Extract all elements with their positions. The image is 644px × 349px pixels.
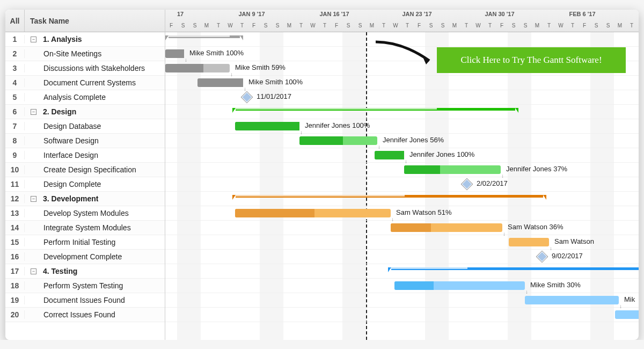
task-row[interactable]: 3Discussions with Stakeholders (5, 61, 165, 76)
task-bar[interactable]: Mik (525, 296, 619, 304)
task-row[interactable]: 13Develop System Modules (5, 206, 165, 221)
task-row[interactable]: 2On-Site Meetings (5, 47, 165, 61)
milestone-diamond-icon[interactable] (462, 179, 472, 190)
day-letter: S (181, 23, 185, 28)
day-letter: W (475, 23, 480, 28)
gantt-row: ↓Jennifer Jones 100% (165, 119, 639, 134)
task-row[interactable]: 20Correct Issues Found (5, 308, 165, 322)
task-row[interactable]: 18Perform System Testing (5, 279, 165, 293)
collapse-toggle-icon[interactable]: − (31, 109, 36, 115)
day-letter: S (276, 23, 280, 28)
row-number: 1 (5, 35, 25, 43)
task-row[interactable]: 19Document Issues Found (5, 293, 165, 308)
summary-bar[interactable] (232, 108, 518, 113)
task-bar[interactable]: Sam Watson 36% (391, 223, 502, 232)
task-bar[interactable] (615, 310, 639, 319)
task-bar[interactable]: Jennifer Jones 56% (299, 136, 377, 145)
task-row[interactable]: 12−3. Development (5, 192, 165, 206)
task-row[interactable]: 15Perform Initial Testing (5, 235, 165, 250)
task-bar-label: Jennifer Jones 37% (506, 165, 567, 173)
task-row[interactable]: 14Integrate System Modules (5, 221, 165, 235)
milestone-diamond-icon[interactable] (537, 251, 547, 262)
task-row[interactable]: 9Interface Design (5, 148, 165, 163)
task-name-label: Development Complete (27, 252, 122, 261)
day-letter: S (441, 23, 445, 28)
task-row[interactable]: 7Design Database (5, 119, 165, 134)
task-name-label: Software Design (27, 136, 99, 145)
day-letter: W (228, 23, 232, 28)
day-letter: T (630, 23, 633, 28)
task-bar[interactable]: Mike Smith 59% (165, 64, 230, 72)
summary-bar[interactable] (165, 35, 243, 40)
day-letter: S (512, 23, 516, 28)
collapse-toggle-icon[interactable]: − (31, 196, 36, 202)
task-name-label: Document Issues Found (27, 296, 125, 304)
row-number: 2 (5, 49, 25, 58)
gantt-row (165, 105, 639, 119)
row-number: 14 (5, 223, 25, 232)
task-bar[interactable]: Sam Watson (509, 238, 549, 246)
task-name-label: Design Complete (27, 180, 101, 188)
task-bar-label: Mike Smith 100% (248, 78, 303, 86)
milestone-diamond-icon[interactable] (241, 92, 252, 103)
cta-arrow-icon (370, 37, 445, 74)
milestone-label: 11/01/2017 (257, 92, 291, 100)
task-row[interactable]: 10Create Design Specification (5, 163, 165, 177)
row-number: 6 (5, 107, 25, 116)
milestone-label: 2/02/2017 (477, 179, 508, 187)
task-list-header: All Task Name (5, 10, 165, 32)
gantt-body[interactable]: ↓Mike Smith 100%↓Mike Smith 59%↓Mike Smi… (165, 32, 639, 340)
task-bar[interactable]: Jennifer Jones 100% (235, 122, 299, 130)
task-row[interactable]: 6−2. Design (5, 105, 165, 119)
task-bar[interactable]: Mike Smith 100% (165, 49, 184, 58)
task-bar[interactable]: Jennifer Jones 100% (375, 151, 404, 159)
gantt-row: ↓ (165, 308, 639, 322)
task-bar[interactable]: Mike Smith 30% (394, 281, 525, 290)
task-name-label: On-Site Meetings (27, 49, 101, 58)
gantt-app-window: All Task Name 1−1. Analysis2On-Site Meet… (5, 10, 639, 340)
row-number: 19 (5, 296, 25, 304)
task-bar-label: Sam Watson 51% (396, 208, 452, 216)
collapse-toggle-icon[interactable]: − (31, 268, 36, 274)
gantt-row: ↓Mike Smith 100% (165, 76, 639, 90)
milestone-label: 9/02/2017 (552, 252, 583, 260)
column-all-header[interactable]: All (5, 10, 25, 32)
day-letter: F (252, 23, 255, 28)
task-name-label: 1. Analysis (40, 35, 82, 43)
task-row[interactable]: 16Development Complete (5, 250, 165, 264)
row-number: 13 (5, 209, 25, 217)
day-letter: T (406, 23, 409, 28)
task-row[interactable]: 1−1. Analysis (5, 32, 165, 47)
row-number: 10 (5, 165, 25, 174)
collapse-toggle-icon[interactable]: − (31, 37, 36, 42)
task-bar-label: Mike Smith 100% (189, 49, 244, 57)
task-bar-label: Jennifer Jones 100% (409, 150, 474, 158)
task-bar[interactable]: Sam Watson 51% (235, 209, 391, 217)
day-letter: W (393, 23, 398, 28)
summary-bar[interactable] (232, 195, 546, 200)
task-bar[interactable]: Jennifer Jones 37% (404, 165, 501, 174)
cta-try-software-button[interactable]: Click Here to Try The Gantt Software! (437, 47, 626, 73)
gantt-row: 11/01/2017 (165, 90, 639, 105)
task-row[interactable]: 8Software Design (5, 134, 165, 148)
day-letter: T (488, 23, 492, 28)
day-letter: T (217, 23, 220, 28)
day-letter: S (358, 23, 362, 28)
column-taskname-header[interactable]: Task Name (25, 10, 165, 32)
day-letter: T (240, 23, 244, 28)
task-name-label: Perform Initial Testing (27, 238, 115, 246)
task-row[interactable]: 11Design Complete (5, 177, 165, 192)
task-row[interactable]: 17−4. Testing (5, 264, 165, 279)
day-letter: S (524, 23, 528, 28)
task-row[interactable]: 4Document Current Systems (5, 76, 165, 90)
day-letter: F (335, 23, 338, 28)
day-letter: M (452, 23, 457, 28)
gantt-row: ↓Sam Watson 36% (165, 221, 639, 235)
day-letter: W (310, 23, 315, 28)
task-name-label: Correct Issues Found (27, 310, 115, 319)
task-row[interactable]: 5Analysis Complete (5, 90, 165, 105)
task-name-label: 3. Development (40, 194, 98, 203)
summary-bar[interactable] (388, 267, 639, 272)
week-label: 17 (177, 11, 184, 17)
task-bar[interactable]: Mike Smith 100% (197, 78, 243, 87)
